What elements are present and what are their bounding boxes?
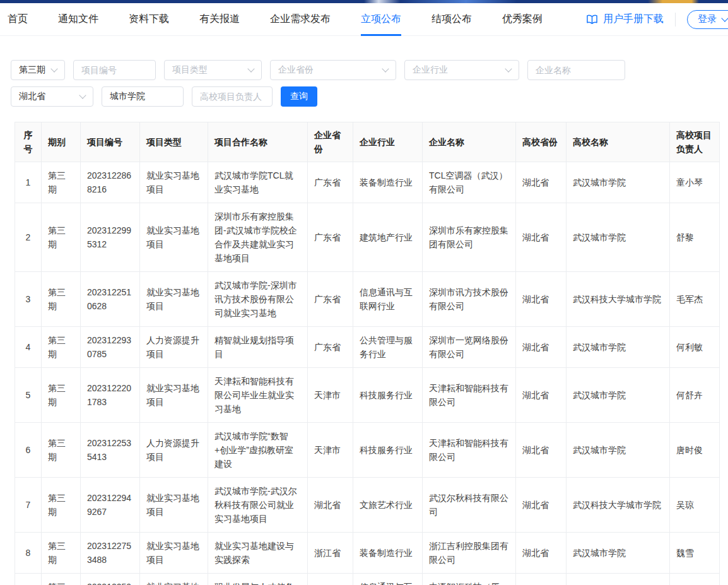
cell-school-province: 湖北省 xyxy=(516,574,567,585)
col-header-project-no: 项目编号 xyxy=(81,122,140,162)
cell-project-type: 就业实习基地项目 xyxy=(140,533,208,574)
cell-school-leader: 何舒卉 xyxy=(670,368,720,423)
cell-school-leader: 冯新艳 xyxy=(670,574,720,585)
cell-company-name: 深圳市乐有家控股集团有限公司 xyxy=(423,203,516,272)
cell-project-type: 就业实习基地项目 xyxy=(140,368,208,423)
search-button[interactable]: 查询 xyxy=(281,86,317,107)
col-header-school-leader: 高校项目负责人 xyxy=(670,122,720,162)
cell-school-province: 湖北省 xyxy=(516,423,567,478)
top-navbar: 首页 通知文件 资料下载 有关报道 企业需求发布 立项公布 结项公布 优秀案例 … xyxy=(0,3,728,36)
cell-company-province: 浙江省 xyxy=(308,533,353,574)
nav-item-project-approval[interactable]: 立项公布 xyxy=(361,3,401,36)
col-header-school-province: 高校省份 xyxy=(516,122,567,162)
period-select[interactable]: 第三期 xyxy=(11,60,65,80)
cell-index: 6 xyxy=(15,423,42,478)
manual-download-label: 用户手册下载 xyxy=(603,13,664,26)
nav-item-excellent-cases[interactable]: 优秀案例 xyxy=(502,3,543,36)
manual-download-link[interactable]: 用户手册下载 xyxy=(586,13,664,26)
results-table-container: 序号 期别 项目编号 项目类型 项目合作名称 企业省份 企业行业 企业名称 高校… xyxy=(15,122,719,585)
company-province-select[interactable]: 企业省份 xyxy=(270,60,396,80)
table-row: 7第三期2023122949267就业实习基地项目武汉城市学院-武汉尔秋科技有限… xyxy=(15,478,720,533)
chevron-down-icon xyxy=(50,65,57,72)
chevron-down-icon xyxy=(382,65,389,72)
school-province-select-value: 湖北省 xyxy=(19,91,45,102)
table-row: 5第三期2023122201783就业实习基地项目天津耘和智能科技有限公司毕业生… xyxy=(15,368,720,423)
nav-item-enterprise-needs[interactable]: 企业需求发布 xyxy=(270,3,331,36)
col-header-period: 期别 xyxy=(42,122,81,162)
cell-project-name: 武汉城市学院TCL就业实习基地 xyxy=(208,162,308,203)
school-leader-input[interactable] xyxy=(192,86,273,107)
cell-period: 第三期 xyxy=(42,423,81,478)
cell-company-province: 广东省 xyxy=(308,327,353,368)
cell-school-leader: 吴琼 xyxy=(670,478,720,533)
nav-item-project-completion[interactable]: 结项公布 xyxy=(432,3,472,36)
table-row: 1第三期2023122868216就业实习基地项目武汉城市学院TCL就业实习基地… xyxy=(15,162,720,203)
cell-project-no: 2023122535413 xyxy=(81,423,140,478)
cell-period: 第三期 xyxy=(42,533,81,574)
cell-project-no: 2023122753488 xyxy=(81,533,140,574)
chevron-down-icon xyxy=(505,65,512,72)
cell-company-name: 中语智汇科技（厦门）有限公司 xyxy=(423,574,516,585)
nav-item-downloads[interactable]: 资料下载 xyxy=(129,3,169,36)
nav-item-reports[interactable]: 有关报道 xyxy=(199,3,240,36)
cell-period: 第三期 xyxy=(42,272,81,327)
chevron-down-icon xyxy=(79,92,86,98)
cell-project-type: 就业实习基地项目 xyxy=(140,272,208,327)
cell-school-name: 武汉城市学院 xyxy=(567,203,670,272)
cell-index: 5 xyxy=(15,368,42,423)
cell-school-province: 湖北省 xyxy=(516,272,567,327)
cell-period: 第三期 xyxy=(42,368,81,423)
cell-company-industry: 文旅艺术行业 xyxy=(353,478,423,533)
cell-school-name: 武汉科技大学城市学院 xyxy=(567,272,670,327)
cell-company-industry: 信息通讯与互联网行业 xyxy=(353,574,423,585)
cell-school-leader: 唐时俊 xyxy=(670,423,720,478)
cell-period: 第三期 xyxy=(42,478,81,533)
cell-project-no: 2023122868216 xyxy=(81,162,140,203)
cell-project-type: 就业实习基地项目 xyxy=(140,203,208,272)
login-button[interactable]: 登录 xyxy=(687,10,728,29)
cell-school-name: 武汉城市学院 xyxy=(567,533,670,574)
cell-school-province: 湖北省 xyxy=(516,533,567,574)
cell-project-no: 2023122949267 xyxy=(81,478,140,533)
cell-period: 第三期 xyxy=(42,203,81,272)
company-industry-select[interactable]: 企业行业 xyxy=(404,60,519,80)
cell-company-name: 天津耘和智能科技有限公司 xyxy=(423,368,516,423)
project-no-input[interactable] xyxy=(73,60,156,80)
col-header-company-industry: 企业行业 xyxy=(353,122,423,162)
filter-row-1: 第三期 项目类型 企业省份 企业行业 xyxy=(11,60,717,80)
cell-period: 第三期 xyxy=(42,574,81,585)
cell-project-no: 2023122501748 xyxy=(81,574,140,585)
cell-project-name: 精智就业规划指导项目 xyxy=(208,327,308,368)
cell-company-industry: 信息通讯与互联网行业 xyxy=(353,272,423,327)
nav-item-notices[interactable]: 通知文件 xyxy=(58,3,98,36)
cell-project-name: 深圳市乐有家控股集团-武汉城市学院校企合作及共建就业实习基地项目 xyxy=(208,203,308,272)
chevron-down-icon xyxy=(721,15,728,21)
cell-index: 8 xyxy=(15,533,42,574)
cell-project-no: 2023122201783 xyxy=(81,368,140,423)
cell-school-province: 湖北省 xyxy=(516,368,567,423)
cell-school-leader: 魏雪 xyxy=(670,533,720,574)
cell-school-province: 湖北省 xyxy=(516,327,567,368)
cell-project-name: 职业发展与人才储备项目 xyxy=(208,574,308,585)
login-label: 登录 xyxy=(698,13,717,25)
filter-panel: 第三期 项目类型 企业省份 企业行业 湖北省 查询 xyxy=(0,36,728,107)
cell-school-leader: 舒黎 xyxy=(670,203,720,272)
project-type-select[interactable]: 项目类型 xyxy=(164,60,262,80)
table-row: 8第三期2023122753488就业实习基地项目就业实习基地建设与实践探索浙江… xyxy=(15,533,720,574)
cell-project-no: 2023122995312 xyxy=(81,203,140,272)
cell-company-industry: 科技服务行业 xyxy=(353,423,423,478)
table-header-row: 序号 期别 项目编号 项目类型 项目合作名称 企业省份 企业行业 企业名称 高校… xyxy=(15,122,720,162)
company-name-input[interactable] xyxy=(527,60,625,80)
nav-item-home[interactable]: 首页 xyxy=(8,3,28,36)
cell-period: 第三期 xyxy=(42,327,81,368)
cell-school-name: 武汉科技大学城市学院 xyxy=(567,478,670,533)
cell-project-type: 人力资源提升项目 xyxy=(140,423,208,478)
col-header-project-name: 项目合作名称 xyxy=(208,122,308,162)
school-province-select[interactable]: 湖北省 xyxy=(11,86,93,107)
cell-project-no: 2023122930785 xyxy=(81,327,140,368)
cell-company-industry: 公共管理与服务行业 xyxy=(353,327,423,368)
col-header-school-name: 高校名称 xyxy=(567,122,670,162)
nav-menu: 首页 通知文件 资料下载 有关报道 企业需求发布 立项公布 结项公布 优秀案例 xyxy=(8,3,543,36)
cell-index: 3 xyxy=(15,272,42,327)
school-name-input[interactable] xyxy=(102,86,184,107)
